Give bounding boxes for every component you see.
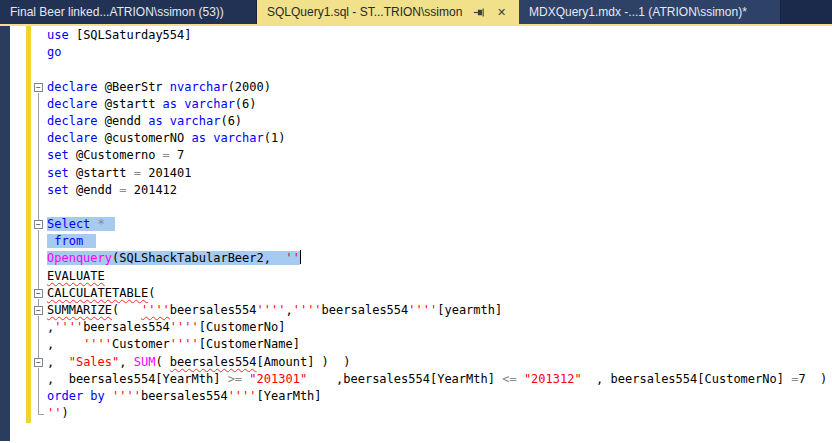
code-token: 7 xyxy=(177,148,184,162)
code-token: (SQLShackTabularBeer2, xyxy=(112,251,285,265)
fold-margin xyxy=(31,199,47,216)
tab-final-beer-query[interactable]: Final Beer linked...ATRION\ssimon (53)) xyxy=(0,0,257,24)
fold-margin xyxy=(31,44,47,61)
code-text: use [SQLSaturday554] xyxy=(47,27,192,44)
collapse-minus-icon[interactable]: − xyxy=(34,289,43,298)
fold-margin xyxy=(31,147,47,164)
fold-collapse-box[interactable]: − xyxy=(31,302,47,319)
code-token: ( xyxy=(112,303,141,317)
pin-tab-icon[interactable] xyxy=(472,5,487,20)
code-line[interactable]: , ''''Customer''''[CustomerName] xyxy=(31,336,832,353)
code-line[interactable]: ,''''beersales554''''[CustomerNo] xyxy=(31,319,832,336)
code-token: [CustomerName] xyxy=(199,337,300,351)
code-line[interactable]: EVALUATE xyxy=(31,268,832,285)
code-line[interactable]: go xyxy=(31,44,832,61)
code-token: go xyxy=(47,45,61,59)
code-token: nvarchar xyxy=(170,80,228,94)
fold-margin xyxy=(31,113,47,130)
code-token: '''' xyxy=(83,337,112,351)
code-line[interactable] xyxy=(31,199,832,216)
code-token: [Amount] ) ) xyxy=(257,355,351,369)
code-token: (6) xyxy=(220,114,242,128)
code-text: EVALUATE xyxy=(47,268,105,285)
code-line[interactable]: declare @endd as varchar(6) xyxy=(31,113,832,130)
fold-margin xyxy=(31,130,47,147)
code-line[interactable]: −, "Sales", SUM( beersales554[Amount] ) … xyxy=(31,354,832,371)
code-text: from xyxy=(47,233,96,250)
close-tab-icon[interactable]: ✕ xyxy=(494,5,509,20)
code-token: , xyxy=(47,337,83,351)
code-text: declare @endd as varchar(6) xyxy=(47,113,242,130)
fold-margin xyxy=(31,371,47,388)
code-line[interactable]: declare @startt as varchar(6) xyxy=(31,96,832,113)
collapse-minus-icon[interactable]: − xyxy=(34,358,43,367)
code-line[interactable]: −Select * xyxy=(31,216,832,233)
tab-label: Final Beer linked...ATRION\ssimon (53)) xyxy=(10,5,246,19)
code-line[interactable]: order by ''''beersales554''''[YearMth] xyxy=(31,388,832,405)
code-token: beersales554 xyxy=(170,355,257,369)
code-line[interactable]: , beersales554[YearMth] >= "201301" ,bee… xyxy=(31,371,832,388)
code-token: @Customerno xyxy=(76,148,163,162)
fold-margin xyxy=(31,233,47,250)
collapse-minus-icon[interactable]: − xyxy=(34,83,43,92)
code-token: Customer xyxy=(112,337,170,351)
fold-margin xyxy=(31,388,47,405)
tab-sqlquery1[interactable]: SQLQuery1.sql - ST...TRION\ssimon (64))*… xyxy=(257,0,519,24)
code-token: set xyxy=(47,183,76,197)
code-line[interactable] xyxy=(31,61,832,78)
code-line[interactable]: set @Customerno = 7 xyxy=(31,147,832,164)
fold-collapse-box[interactable]: − xyxy=(31,79,47,96)
code-token: "201312" xyxy=(524,372,582,386)
collapse-minus-icon[interactable]: − xyxy=(34,220,43,229)
code-line[interactable]: Openquery(SQLShackTabularBeer2, '' xyxy=(31,250,832,267)
code-token: as xyxy=(163,97,185,111)
code-token: '''' xyxy=(170,337,199,351)
selection-highlight: Openquery(SQLShackTabularBeer2, '' xyxy=(47,251,300,265)
fold-collapse-box[interactable]: − xyxy=(31,354,47,371)
code-token: set xyxy=(47,166,76,180)
code-token: >= xyxy=(228,372,250,386)
code-line[interactable]: from xyxy=(31,233,832,250)
code-token: , beersales554[CustomerNo] xyxy=(582,372,792,386)
code-text: , beersales554[YearMth] >= "201301" ,bee… xyxy=(47,371,827,388)
code-token: = xyxy=(163,148,177,162)
code-text: set @startt = 201401 xyxy=(47,165,192,182)
code-line[interactable]: set @endd = 201412 xyxy=(31,182,832,199)
code-token: beersales554 xyxy=(322,303,409,317)
code-token: set xyxy=(47,148,76,162)
code-token: = xyxy=(134,166,148,180)
code-token: '''' xyxy=(257,303,286,317)
code-line[interactable]: declare @customerNO as varchar(1) xyxy=(31,130,832,147)
code-token: order by xyxy=(47,389,112,403)
code-token: "201301" xyxy=(249,372,307,386)
code-line[interactable]: −CALCULATETABLE( xyxy=(31,285,832,302)
fold-margin xyxy=(31,96,47,113)
fold-collapse-box[interactable]: − xyxy=(31,216,47,233)
code-token: SUMMARIZE xyxy=(47,303,112,317)
code-line[interactable]: '') xyxy=(31,405,832,422)
code-token: '''' xyxy=(293,303,322,317)
code-line[interactable]: use [SQLSaturday554] xyxy=(31,27,832,44)
code-token: beersales554 xyxy=(83,320,170,334)
code-token: beersales554 xyxy=(170,303,257,317)
tab-mdxquery1[interactable]: MDXQuery1.mdx -...1 (ATRION\ssimon)* xyxy=(519,0,781,24)
code-line[interactable]: set @startt = 201401 xyxy=(31,165,832,182)
code-editor[interactable]: use [SQLSaturday554]go−declare @BeerStr … xyxy=(0,26,832,441)
code-lines: use [SQLSaturday554]go−declare @BeerStr … xyxy=(31,27,832,422)
fold-collapse-box[interactable]: − xyxy=(31,285,47,302)
code-token: * xyxy=(98,217,105,231)
code-text: SUMMARIZE( ''''beersales554'''',''''beer… xyxy=(47,302,502,319)
code-line[interactable]: −declare @BeerStr nvarchar(2000) xyxy=(31,79,832,96)
tab-label: SQLQuery1.sql - ST...TRION\ssimon (64))* xyxy=(267,5,465,19)
code-text: ,''''beersales554''''[CustomerNo] xyxy=(47,319,285,336)
code-token: '''' xyxy=(170,320,199,334)
code-token: @endd xyxy=(105,114,148,128)
selection-highlight: from xyxy=(47,234,96,248)
code-token: [yearmth] xyxy=(437,303,502,317)
code-text: declare @BeerStr nvarchar(2000) xyxy=(47,79,271,96)
code-text: CALCULATETABLE( xyxy=(47,285,155,302)
collapse-minus-icon[interactable]: − xyxy=(34,306,43,315)
code-line[interactable]: −SUMMARIZE( ''''beersales554'''',''''bee… xyxy=(31,302,832,319)
code-token: varchar xyxy=(170,114,221,128)
code-token: [SQLSaturday554] xyxy=(76,28,192,42)
